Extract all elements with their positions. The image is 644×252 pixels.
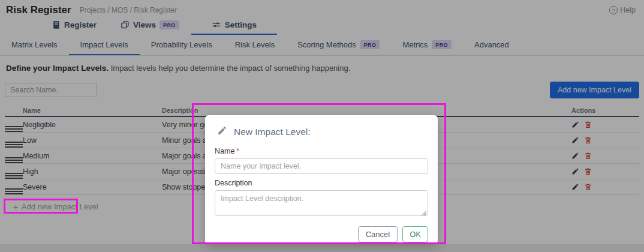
new-impact-level-modal: New Impact Level: Name* Description Canc… <box>205 115 438 244</box>
description-field-label: Description <box>215 179 428 187</box>
description-field[interactable] <box>215 190 428 216</box>
required-marker: * <box>236 147 239 155</box>
name-field-label: Name* <box>215 147 428 155</box>
cancel-button[interactable]: Cancel <box>358 226 398 242</box>
name-field[interactable] <box>215 158 428 174</box>
modal-footer: Cancel OK <box>215 226 428 242</box>
pencil-icon <box>217 125 227 138</box>
ok-button[interactable]: OK <box>402 226 428 242</box>
modal-title-row: New Impact Level: <box>217 125 428 138</box>
modal-title: New Impact Level: <box>234 127 311 137</box>
